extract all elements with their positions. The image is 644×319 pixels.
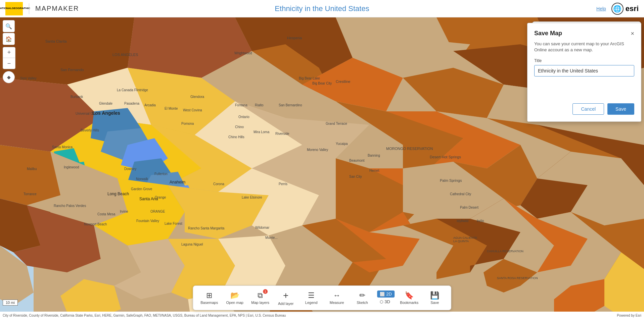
compass-icon: ◆ xyxy=(7,74,11,80)
esri-label: esri xyxy=(626,4,639,13)
legend-label: Legend xyxy=(305,301,318,305)
svg-text:Big Bear Lake: Big Bear Lake xyxy=(299,76,320,80)
svg-text:Fullerton: Fullerton xyxy=(154,172,168,176)
sketch-button[interactable]: ✏ Sketch xyxy=(350,288,374,307)
svg-text:Downey: Downey xyxy=(124,167,136,171)
home-icon: 🏠 xyxy=(5,36,12,42)
svg-text:Banning: Banning xyxy=(368,154,380,157)
home-button[interactable]: 🏠 xyxy=(3,33,15,45)
svg-text:CAHUILLA RESERVATION: CAHUILLA RESERVATION xyxy=(487,250,523,253)
svg-text:Chino Hills: Chino Hills xyxy=(228,135,244,139)
svg-text:Arcadia: Arcadia xyxy=(144,103,156,107)
save-button[interactable]: Save xyxy=(607,103,634,115)
bookmarks-label: Bookmarks xyxy=(400,301,418,305)
bookmarks-icon: 🔖 xyxy=(405,291,414,300)
dialog-close-button[interactable]: × xyxy=(631,31,634,37)
svg-text:Mira Loma: Mira Loma xyxy=(254,130,270,134)
ng-logo-text2: GEOGRAPHIC xyxy=(12,7,30,10)
svg-text:Hesperia: Hesperia xyxy=(287,36,302,40)
svg-text:Costa Mesa: Costa Mesa xyxy=(97,212,116,216)
add-layer-button[interactable]: + Add layer xyxy=(274,288,298,307)
svg-text:Pasadena: Pasadena xyxy=(124,102,139,105)
svg-text:Orange: Orange xyxy=(155,196,166,199)
header-right: Help 🌐 esri xyxy=(596,3,639,15)
view-2d-icon: ⬜ xyxy=(380,292,385,297)
basemaps-button[interactable]: ⊞ Basemaps xyxy=(197,288,221,307)
view-2d-button[interactable]: ⬜ 2D xyxy=(377,290,395,298)
svg-text:LOS ANGELES: LOS ANGELES xyxy=(112,53,138,57)
zoom-group: + − xyxy=(3,47,15,69)
logo-area: NATIONAL GEOGRAPHIC MAPMAKER xyxy=(5,2,79,15)
zoom-out-button[interactable]: − xyxy=(3,58,15,69)
svg-text:Murrie...: Murrie... xyxy=(265,236,278,240)
save-bottom-button[interactable]: 💾 Save xyxy=(423,288,447,307)
scale-bar-label: 10 mi xyxy=(3,300,18,306)
svg-text:San City: San City xyxy=(349,175,362,178)
help-link[interactable]: Help xyxy=(596,6,606,11)
dialog-description: You can save your current map to your Ar… xyxy=(534,41,634,53)
svg-text:Desert Hot Springs: Desert Hot Springs xyxy=(430,155,461,159)
svg-text:Rancho Palos Verdes: Rancho Palos Verdes xyxy=(54,204,86,208)
attribution-bar: City of Riverside, County of Riverside, … xyxy=(0,312,644,319)
svg-text:San Bernardino: San Bernardino xyxy=(279,103,302,107)
svg-text:San Fernando: San Fernando xyxy=(60,68,84,72)
svg-text:Idyllwild: Idyllwild xyxy=(457,219,468,223)
bookmarks-button[interactable]: 🔖 Bookmarks xyxy=(397,288,421,307)
svg-text:Pomona: Pomona xyxy=(181,122,194,125)
map-layers-icon: ⧉ xyxy=(258,291,263,300)
svg-text:El Monte: El Monte xyxy=(165,107,178,110)
add-layer-label: Add layer xyxy=(278,302,293,306)
view-3d-icon: ⬡ xyxy=(380,300,383,304)
header-center: Ethnicity in the United States xyxy=(275,4,369,13)
legend-button[interactable]: ☰ Legend xyxy=(299,288,323,307)
svg-text:Fountain Valley: Fountain Valley xyxy=(136,219,159,223)
svg-text:Long Beach: Long Beach xyxy=(107,192,129,196)
measure-icon: ↔ xyxy=(333,291,340,300)
zoom-in-button[interactable]: + xyxy=(3,47,15,58)
svg-text:Torrance: Torrance xyxy=(24,192,37,196)
search-button[interactable]: 🔍 xyxy=(3,20,15,32)
svg-text:Big Bear City: Big Bear City xyxy=(312,82,332,85)
svg-text:SANTA ROSA RESERVATION: SANTA ROSA RESERVATION xyxy=(497,276,538,280)
view-toggle: ⬜ 2D ⬡ 3D xyxy=(377,290,395,305)
svg-text:Irvine: Irvine xyxy=(120,210,128,213)
cancel-button[interactable]: Cancel xyxy=(572,103,604,115)
svg-text:Lake Forest: Lake Forest xyxy=(165,222,182,225)
svg-text:Lake Elsinore: Lake Elsinore xyxy=(242,196,262,199)
svg-text:Beaumont: Beaumont xyxy=(349,159,365,162)
open-map-button[interactable]: 📂 Open map xyxy=(223,288,247,307)
save-bottom-icon: 💾 xyxy=(430,291,439,300)
basemaps-label: Basemaps xyxy=(200,301,218,305)
svg-text:Perris: Perris xyxy=(279,182,287,186)
svg-text:Chino: Chino xyxy=(235,125,244,129)
logo-divider xyxy=(29,3,29,14)
legend-icon: ☰ xyxy=(308,291,315,300)
svg-text:Wrightwood: Wrightwood xyxy=(234,51,252,55)
svg-text:LA QUINTA: LA QUINTA xyxy=(453,240,469,243)
dialog-title-input[interactable] xyxy=(534,65,634,76)
page-title: Ethnicity in the United States xyxy=(275,4,369,13)
svg-text:Riverside: Riverside xyxy=(275,132,289,136)
svg-text:Universal City: Universal City xyxy=(76,112,96,115)
view-3d-button[interactable]: ⬡ 3D xyxy=(377,298,395,305)
esri-globe-icon: 🌐 xyxy=(611,3,624,15)
svg-text:Rialto: Rialto xyxy=(255,103,264,107)
svg-text:Los Angeles: Los Angeles xyxy=(92,110,120,116)
view-3d-label: 3D xyxy=(384,299,390,304)
svg-text:Indio: Indio xyxy=(477,219,484,223)
svg-text:Fontana: Fontana xyxy=(235,103,247,107)
svg-text:Inglewood: Inglewood xyxy=(64,165,79,169)
powered-by-text: Powered by Esri xyxy=(617,314,641,317)
svg-text:Glendora: Glendora xyxy=(190,95,204,99)
svg-text:Crestline: Crestline xyxy=(336,79,350,84)
svg-text:Malibu: Malibu xyxy=(27,167,37,171)
compass-button[interactable]: ◆ xyxy=(3,71,15,83)
search-icon: 🔍 xyxy=(5,23,12,30)
svg-text:Glendale: Glendale xyxy=(99,102,112,105)
map-layers-badge: 1 xyxy=(263,289,268,294)
svg-text:Rancho Santa Margarita: Rancho Santa Margarita xyxy=(188,226,225,230)
svg-text:Santa Monica: Santa Monica xyxy=(52,145,73,149)
map-layers-button[interactable]: 1 ⧉ Map layers xyxy=(248,288,272,307)
svg-text:Palm Desert: Palm Desert xyxy=(460,206,478,209)
measure-button[interactable]: ↔ Measure xyxy=(325,288,349,307)
